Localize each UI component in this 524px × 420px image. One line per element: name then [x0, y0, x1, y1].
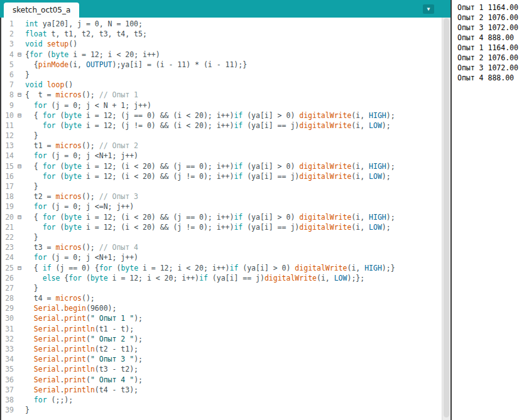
serial-output-line: Опыт 2 1076.00 — [457, 13, 524, 23]
line-number: 13 — [0, 141, 14, 151]
code-line: 35 Serial.println(t3 - t2); — [0, 364, 442, 374]
line-number: 22 — [0, 232, 14, 242]
code-line: 7void loop() — [0, 80, 442, 90]
line-number: 29 — [0, 303, 14, 313]
line-number: 11 — [0, 121, 14, 131]
fold-marker-icon[interactable]: ⊟ — [14, 161, 25, 171]
code-text: Serial.println(t4 - t3); — [25, 385, 442, 395]
tab-title: sketch_oct05_a — [13, 6, 70, 14]
code-text: { for (byte i = 12; (j == 0) && (i < 20)… — [25, 110, 442, 121]
line-number: 12 — [0, 131, 14, 141]
code-text: {pinMode(i, OUTPUT);ya[i] = (i - 11) * (… — [25, 60, 442, 70]
fold-gutter — [14, 385, 25, 395]
code-line: 20⊟ { for (byte i = 12; (i < 20) && (j =… — [0, 212, 442, 222]
line-number: 8 — [0, 90, 14, 100]
fold-gutter — [14, 151, 25, 161]
code-text: for (j = 0; j <=N; j++) — [25, 202, 442, 212]
code-line: 25⊟ { if (j == 0) {for (byte i = 12; i <… — [0, 263, 442, 273]
line-number: 19 — [0, 202, 14, 212]
code-line: 29 Serial.begin(9600); — [0, 303, 442, 313]
line-number: 21 — [0, 222, 14, 232]
line-number: 5 — [0, 60, 14, 70]
serial-output-line: Опыт 3 1072.00 — [457, 23, 524, 33]
code-line: 14 for (j = 0; j <N+1; j++) — [0, 151, 442, 161]
line-number: 34 — [0, 354, 14, 364]
code-text: Serial.print(" Опыт 3 "); — [25, 354, 442, 364]
code-line: 26 else {for (byte i = 12; i < 20; i++)i… — [0, 273, 442, 283]
fold-marker-icon[interactable]: ⊟ — [14, 263, 25, 273]
code-text: Serial.begin(9600); — [25, 303, 442, 313]
tab-menu-button[interactable]: ▼ — [423, 4, 434, 14]
line-number: 25 — [0, 263, 14, 273]
serial-output-line: Опыт 4 888.00 — [457, 73, 524, 83]
editor-scrollbar[interactable] — [442, 18, 450, 420]
code-editor[interactable]: 1int ya[20], j = 0, N = 100;2float t, t1… — [0, 18, 442, 420]
serial-output-line: Опыт 3 1072.00 — [457, 63, 524, 73]
code-line: 16 for (byte i = 12; (i < 20) && (j != 0… — [0, 171, 442, 181]
code-text: for (byte i = 12; (j != 0) && (i < 20); … — [25, 121, 442, 131]
code-line: 32 Serial.print(" Опыт 2 "); — [0, 334, 442, 344]
line-number: 18 — [0, 191, 14, 202]
fold-gutter — [14, 121, 25, 131]
fold-marker-icon[interactable]: ⊟ — [14, 110, 25, 121]
line-number: 23 — [0, 242, 14, 252]
fold-gutter — [14, 29, 25, 39]
line-number: 9 — [0, 100, 14, 110]
code-line: 19 for (j = 0; j <=N; j++) — [0, 202, 442, 212]
fold-marker-icon[interactable]: ⊟ — [14, 50, 25, 60]
line-number: 35 — [0, 364, 14, 374]
serial-monitor-panel: Опыт 1 1164.00Опыт 2 1076.00Опыт 3 1072.… — [450, 0, 524, 420]
fold-gutter — [14, 344, 25, 354]
line-number: 37 — [0, 385, 14, 395]
code-line: 34 Serial.print(" Опыт 3 "); — [0, 354, 442, 364]
code-text: void loop() — [25, 80, 442, 90]
fold-gutter — [14, 313, 25, 323]
line-number: 24 — [0, 252, 14, 262]
line-number: 7 — [0, 80, 14, 90]
fold-gutter — [14, 242, 25, 252]
fold-gutter — [14, 181, 25, 191]
code-line: 30 Serial.print(" Опыт 1 "); — [0, 313, 442, 323]
code-text: } — [25, 70, 442, 80]
code-line: 28 t4 = micros(); — [0, 293, 442, 303]
code-line: 10⊟ { for (byte i = 12; (j == 0) && (i <… — [0, 110, 442, 121]
line-number: 31 — [0, 324, 14, 334]
fold-gutter — [14, 70, 25, 80]
code-line: 9 for (j = 0; j < N + 1; j++) — [0, 100, 442, 110]
code-line: 15⊟ { for (byte i = 12; (i < 20) && (j =… — [0, 161, 442, 171]
fold-gutter — [14, 252, 25, 262]
fold-marker-icon[interactable]: ⊟ — [14, 212, 25, 222]
code-text: Serial.print(" Опыт 4 "); — [25, 375, 442, 385]
fold-gutter — [14, 232, 25, 242]
fold-marker-icon[interactable]: ⊟ — [14, 90, 25, 100]
fold-gutter — [14, 171, 25, 181]
tab-bar: sketch_oct05_a ▼ — [0, 0, 450, 18]
fold-gutter — [14, 191, 25, 202]
code-line: 8⊟{ t = micros(); // Опыт 1 — [0, 90, 442, 100]
code-text: int ya[20], j = 0, N = 100; — [25, 19, 442, 29]
code-text: Serial.print(" Опыт 1 "); — [25, 313, 442, 323]
fold-gutter — [14, 324, 25, 334]
code-line: 39} — [0, 405, 442, 415]
fold-gutter — [14, 222, 25, 232]
code-text: Serial.println(t3 - t2); — [25, 364, 442, 374]
line-number: 6 — [0, 70, 14, 80]
code-text: void setup() — [25, 39, 442, 49]
scrollbar-thumb[interactable] — [444, 18, 449, 417]
code-line: 3void setup() — [0, 39, 442, 49]
code-text: for (j = 0; j <N+1; j++) — [25, 151, 442, 161]
code-text: Serial.print(" Опыт 2 "); — [25, 334, 442, 344]
line-number: 10 — [0, 110, 14, 121]
code-text: else {for (byte i = 12; i < 20; i++)if (… — [25, 273, 442, 283]
code-text: { for (byte i = 12; (i < 20) && (j == 0)… — [25, 161, 442, 171]
code-text: } — [25, 181, 442, 191]
tab-sketch[interactable]: sketch_oct05_a — [4, 3, 79, 18]
code-text: t1 = micros(); // Опыт 2 — [25, 141, 442, 151]
serial-output-line: Опыт 1 1164.00 — [457, 43, 524, 53]
code-text: for (j = 0; j <N+1; j++) — [25, 252, 442, 262]
line-number: 39 — [0, 405, 14, 415]
code-line: 21 for (byte i = 12; (i < 20) && (j != 0… — [0, 222, 442, 232]
line-number: 2 — [0, 29, 14, 39]
line-number: 15 — [0, 161, 14, 171]
line-number: 14 — [0, 151, 14, 161]
